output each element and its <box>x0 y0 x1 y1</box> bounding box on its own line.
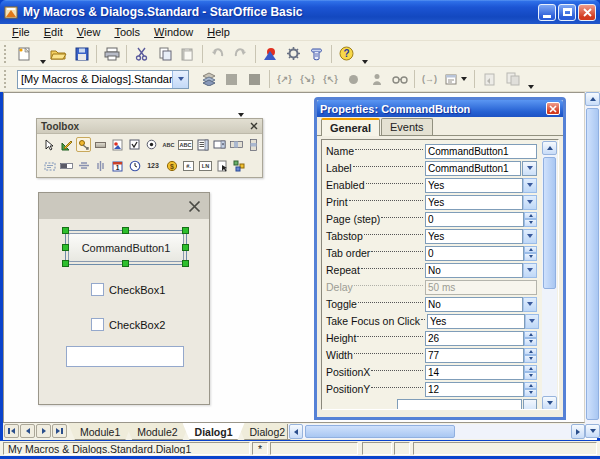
progress-bar-tool[interactable] <box>59 158 74 173</box>
tab-events[interactable]: Events <box>381 118 433 135</box>
checkbox2-control[interactable]: CheckBox2 <box>91 318 165 331</box>
properties-titlebar[interactable]: Properties: CommandButton <box>317 100 563 117</box>
design-mode-tool[interactable] <box>59 137 74 152</box>
scroll-down-button[interactable] <box>542 396 557 410</box>
single-step-button[interactable]: {↘} <box>296 68 319 90</box>
menu-tools[interactable]: Tools <box>107 25 147 39</box>
window-titlebar[interactable]: My Macros & Dialogs.Standard - StarOffic… <box>0 0 600 24</box>
designed-dialog[interactable]: CommandButton1 CheckBox1 CheckBox2 <box>38 192 210 405</box>
toolbox-menu-button[interactable] <box>238 117 244 135</box>
checkbox1-control[interactable]: CheckBox1 <box>91 283 165 296</box>
button-tool[interactable] <box>93 137 108 152</box>
image-control-tool[interactable] <box>110 137 125 152</box>
date-field-tool[interactable]: 1 <box>110 158 125 173</box>
dropdown-button[interactable] <box>523 263 537 278</box>
scroll-up-button[interactable] <box>585 92 600 106</box>
find-parentheses-button[interactable]: (→) <box>418 68 441 90</box>
label-dropdown-button[interactable] <box>522 161 537 176</box>
properties-close-button[interactable] <box>546 102 560 115</box>
prev-tab-button[interactable] <box>20 424 35 438</box>
page-step-input[interactable]: 0 <box>425 212 524 227</box>
select-module-button[interactable] <box>441 68 471 90</box>
scrollbar-thumb[interactable] <box>543 157 556 289</box>
scrollbar-thumb[interactable] <box>305 425 455 438</box>
first-tab-button[interactable] <box>4 424 19 438</box>
toggle-select[interactable]: No <box>425 297 523 312</box>
procedure-step-button[interactable]: {↗} <box>273 68 296 90</box>
label-input[interactable]: CommandButton1 <box>425 161 521 176</box>
tree-control-tool[interactable] <box>232 158 247 173</box>
selection-handle[interactable] <box>62 260 69 267</box>
help-button[interactable]: ? <box>335 43 358 65</box>
stop-button[interactable] <box>243 68 266 90</box>
toolbox-titlebar[interactable]: Toolbox <box>37 119 262 134</box>
time-field-tool[interactable] <box>127 158 142 173</box>
label-field-tool[interactable]: ABC <box>161 137 176 152</box>
pattern-field-tool[interactable]: LN <box>198 158 213 173</box>
tab-general[interactable]: General <box>321 118 380 136</box>
toolbar-grip[interactable] <box>4 45 9 63</box>
name-input[interactable]: CommandButton1 <box>425 144 537 159</box>
selection-handle[interactable] <box>122 260 129 267</box>
text-field-control[interactable] <box>66 346 184 367</box>
combo-box-tool[interactable] <box>212 137 227 152</box>
maximize-button[interactable] <box>558 4 576 21</box>
spinner-buttons[interactable] <box>524 365 537 380</box>
text-box-tool[interactable]: ABC <box>178 137 193 152</box>
manage-breakpoints-button[interactable] <box>365 68 388 90</box>
new-document-dropdown[interactable] <box>38 44 47 64</box>
designed-dialog-close-icon[interactable] <box>188 200 201 213</box>
dropdown-button[interactable] <box>525 314 539 329</box>
formatted-field-tool[interactable]: #. <box>181 158 196 173</box>
tab-dialog1[interactable]: Dialog1 <box>183 423 245 440</box>
undo-button[interactable] <box>206 43 229 65</box>
open-button[interactable] <box>47 43 70 65</box>
save-button[interactable] <box>70 43 93 65</box>
cut-button[interactable] <box>130 43 153 65</box>
library-select[interactable]: [My Macros & Dialogs].Standard <box>17 70 189 89</box>
paste-button[interactable] <box>176 43 199 65</box>
command-button-control[interactable]: CommandButton1 <box>68 233 184 262</box>
scroll-right-button[interactable] <box>571 424 585 439</box>
spinner-buttons[interactable] <box>524 212 537 227</box>
copy-button[interactable] <box>153 43 176 65</box>
redo-button[interactable] <box>229 43 252 65</box>
menu-window[interactable]: Window <box>147 25 200 39</box>
next-tab-button[interactable] <box>36 424 51 438</box>
list-box-tool[interactable] <box>195 137 210 152</box>
partial-input[interactable] <box>397 399 522 411</box>
command-button-selection[interactable]: CommandButton1 <box>66 231 186 264</box>
new-document-button[interactable] <box>13 43 36 65</box>
repeat-select[interactable]: No <box>425 263 523 278</box>
main-vertical-scrollbar[interactable] <box>585 92 600 438</box>
basic-macros-button[interactable] <box>305 43 328 65</box>
tab-module2[interactable]: Module2 <box>125 423 189 440</box>
tab-order-input[interactable]: 0 <box>425 246 524 261</box>
width-input[interactable]: 77 <box>425 348 524 363</box>
last-tab-button[interactable] <box>52 424 67 438</box>
spinner-buttons[interactable] <box>524 331 537 346</box>
menu-help[interactable]: Help <box>200 25 237 39</box>
height-input[interactable]: 26 <box>425 331 524 346</box>
minimize-button[interactable] <box>538 4 556 21</box>
checkbox-icon[interactable] <box>91 283 104 296</box>
print-select[interactable]: Yes <box>425 195 523 210</box>
toolbox-close-icon[interactable] <box>250 122 258 130</box>
take-focus-select[interactable]: Yes <box>427 314 525 329</box>
properties-scrollbar[interactable] <box>542 141 557 410</box>
menu-view[interactable]: View <box>70 25 108 39</box>
select-tool[interactable] <box>42 137 57 152</box>
settings-button[interactable] <box>282 43 305 65</box>
compile-button[interactable] <box>197 68 220 90</box>
dropdown-button[interactable] <box>523 195 537 210</box>
step-out-button[interactable]: {↖} <box>319 68 342 90</box>
spinner-buttons[interactable] <box>524 382 537 397</box>
dropdown-button[interactable] <box>523 178 537 193</box>
designed-dialog-titlebar[interactable] <box>39 193 209 219</box>
tab-module1[interactable]: Module1 <box>68 423 132 440</box>
checkbox-icon[interactable] <box>91 318 104 331</box>
menu-file[interactable]: File <box>5 25 37 39</box>
horizontal-scrollbar-tool[interactable] <box>229 137 244 152</box>
enabled-select[interactable]: Yes <box>425 178 523 193</box>
print-button[interactable] <box>100 43 123 65</box>
